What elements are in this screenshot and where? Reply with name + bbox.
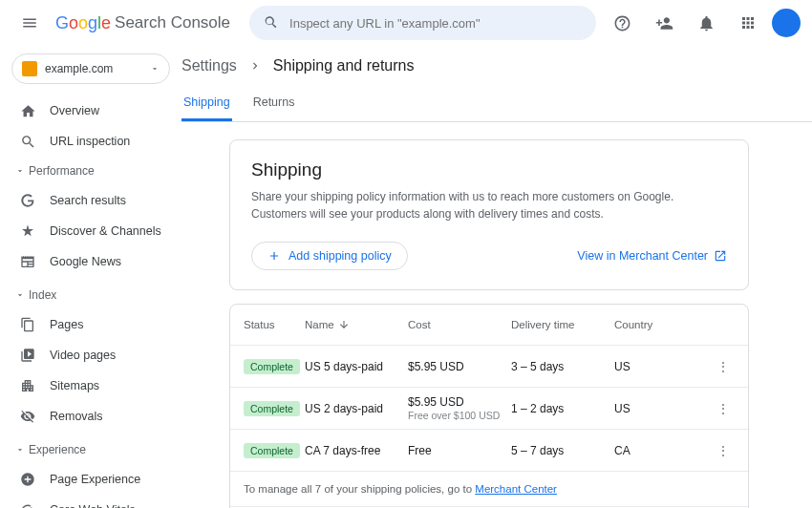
menu-icon	[21, 14, 38, 32]
row-menu-button[interactable]: ⋮	[712, 360, 735, 373]
merchant-center-link[interactable]: Merchant Center	[475, 483, 557, 495]
cell-country: US	[614, 360, 712, 373]
col-header-name[interactable]: Name	[305, 319, 408, 330]
status-badge: Complete	[244, 401, 300, 416]
shipping-card: Shipping Share your shipping policy info…	[229, 139, 749, 290]
arrow-down-icon	[338, 319, 350, 330]
card-description: Share your shipping policy information w…	[251, 188, 727, 222]
col-header-delivery[interactable]: Delivery time	[511, 319, 614, 330]
pages-icon	[19, 316, 36, 333]
home-icon	[19, 102, 36, 119]
tabs: Shipping Returns	[182, 86, 812, 122]
manage-policies-note: To manage all 7 of your shipping policie…	[230, 471, 748, 506]
row-menu-button[interactable]: ⋮	[712, 444, 735, 457]
video-icon	[19, 347, 36, 364]
col-header-status[interactable]: Status	[244, 319, 305, 330]
url-inspect-search[interactable]	[249, 6, 596, 40]
search-input[interactable]	[289, 16, 583, 31]
sidebar-item-label: Core Web Vitals	[50, 503, 136, 508]
col-header-country[interactable]: Country	[614, 319, 712, 330]
cell-delivery: 5 – 7 days	[511, 444, 614, 457]
news-icon	[19, 253, 36, 270]
add-shipping-policy-button[interactable]: Add shipping policy	[251, 242, 408, 270]
sidebar-item-label: Pages	[50, 318, 83, 331]
table-row[interactable]: Complete US 2 days-paid $5.95 USDFree ov…	[230, 387, 748, 429]
sidebar-item-label: Sitemaps	[50, 379, 99, 392]
sidebar-item-label: Discover & Channels	[50, 224, 161, 238]
sidebar-item-label: Video pages	[50, 349, 116, 362]
sidebar-item-video-pages[interactable]: Video pages	[8, 340, 174, 370]
cell-cost: $5.95 USD	[408, 360, 511, 373]
cell-country: CA	[614, 444, 712, 457]
sidebar-item-label: Overview	[50, 104, 99, 117]
breadcrumb-current: Shipping and returns	[273, 57, 415, 74]
property-icon	[22, 61, 37, 76]
sidebar-group-index[interactable]: Index	[8, 281, 174, 309]
cell-name: US 5 days-paid	[305, 360, 408, 373]
g-icon	[19, 192, 36, 209]
speed-icon	[19, 501, 36, 508]
sidebar-group-experience[interactable]: Experience	[8, 435, 174, 464]
sidebar-item-google-news[interactable]: Google News	[8, 246, 174, 277]
breadcrumb-parent[interactable]: Settings	[182, 57, 237, 74]
property-selector[interactable]: example.com	[11, 53, 170, 84]
property-name: example.com	[45, 62, 142, 75]
main-content: Settings Shipping and returns Shipping R…	[182, 46, 812, 508]
apps-button[interactable]	[730, 5, 766, 41]
users-button[interactable]	[646, 5, 682, 41]
view-merchant-center-link[interactable]: View in Merchant Center	[577, 249, 727, 263]
chevron-down-icon	[150, 64, 160, 74]
tab-returns[interactable]: Returns	[251, 86, 297, 121]
sidebar-item-label: Page Experience	[50, 473, 140, 486]
magnifier-icon	[19, 133, 36, 150]
product-name: Search Console	[115, 13, 230, 32]
sidebar-item-core-web-vitals[interactable]: Core Web Vitals	[8, 495, 174, 508]
apps-grid-icon	[739, 14, 757, 32]
sidebar-item-url-inspection[interactable]: URL inspection	[8, 126, 174, 157]
status-badge: Complete	[244, 443, 300, 458]
sidebar-item-search-results[interactable]: Search results	[8, 185, 174, 216]
table-row[interactable]: Complete US 5 days-paid $5.95 USD 3 – 5 …	[230, 345, 748, 387]
cell-delivery: 3 – 5 days	[511, 360, 614, 373]
account-avatar[interactable]	[772, 9, 801, 37]
sidebar-item-sitemaps[interactable]: Sitemaps	[8, 370, 174, 401]
sidebar-item-label: URL inspection	[50, 135, 130, 148]
breadcrumb: Settings Shipping and returns	[182, 46, 812, 80]
sidebar-item-overview[interactable]: Overview	[8, 95, 174, 126]
cell-cost: $5.95 USDFree over $100 USD	[408, 395, 511, 421]
tab-shipping[interactable]: Shipping	[182, 86, 232, 121]
visibility-off-icon	[19, 408, 36, 425]
row-menu-button[interactable]: ⋮	[712, 402, 735, 415]
hamburger-menu[interactable]	[11, 5, 48, 41]
table-row[interactable]: Complete CA 7 days-free Free 5 – 7 days …	[230, 429, 748, 471]
shipping-table: Status Name Cost Delivery time Country C…	[229, 304, 749, 508]
help-icon	[613, 14, 631, 32]
sidebar-item-discover[interactable]: Discover & Channels	[8, 216, 174, 246]
sidebar-item-removals[interactable]: Removals	[8, 401, 174, 432]
col-header-cost[interactable]: Cost	[408, 319, 511, 330]
sidebar-item-page-experience[interactable]: Page Experience	[8, 464, 174, 495]
sidebar-item-pages[interactable]: Pages	[8, 309, 174, 340]
sidebar-item-label: Removals	[50, 410, 103, 423]
people-icon	[655, 14, 673, 32]
search-icon	[263, 14, 280, 32]
sidebar-item-label: Google News	[50, 255, 121, 268]
logo[interactable]: Google Search Console	[55, 13, 230, 33]
bell-icon	[697, 14, 716, 32]
cell-country: US	[614, 402, 712, 415]
external-link-icon	[714, 249, 727, 263]
sitemap-icon	[19, 377, 36, 394]
chevron-down-icon	[15, 166, 25, 176]
sidebar-item-label: Search results	[50, 194, 126, 207]
circle-plus-icon	[19, 471, 36, 488]
chevron-down-icon	[15, 290, 25, 300]
help-button[interactable]	[604, 5, 640, 41]
table-header: Status Name Cost Delivery time Country	[230, 305, 748, 345]
chevron-right-icon	[248, 59, 262, 73]
plus-icon	[267, 249, 281, 263]
status-badge: Complete	[244, 359, 300, 374]
sidebar-group-performance[interactable]: Performance	[8, 157, 174, 185]
card-title: Shipping	[251, 159, 727, 180]
notifications-button[interactable]	[688, 5, 724, 41]
sidebar: example.com Overview URL inspection Perf…	[0, 46, 182, 508]
